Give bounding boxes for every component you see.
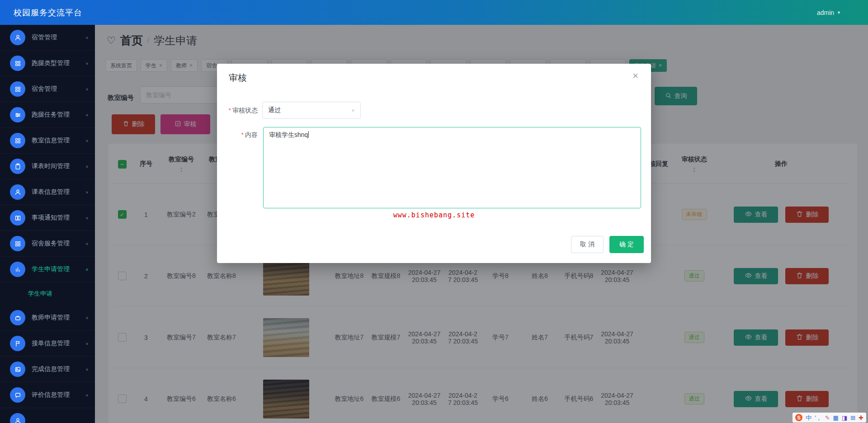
punctuation-icon[interactable]: '， (815, 415, 821, 421)
sidebar-item[interactable]: 事项通知管理∨ (0, 205, 95, 231)
sidebar: 宿管管理∨跑腿类型管理∨宿舍管理∨跑腿任务管理∨教室信息管理∨课表时间管理∨课表… (0, 25, 95, 423)
chevron-down-icon: ∨ (85, 190, 89, 194)
sidebar-item-label: 学生申请管理 (32, 265, 85, 273)
image-icon (10, 362, 25, 377)
book-icon (10, 210, 25, 226)
sidebar-item-label: 评价信息管理 (32, 391, 85, 399)
sidebar-item[interactable]: 评价信息管理∨ (0, 382, 95, 408)
chevron-down-icon: ∨ (85, 342, 89, 346)
sidebar-item-label: 教室信息管理 (32, 136, 85, 145)
chevron-down-icon: ∨ (85, 36, 89, 40)
flag-icon (10, 336, 25, 351)
grid-icon (10, 81, 25, 97)
cancel-button[interactable]: 取 消 (571, 236, 604, 253)
sidebar-menu: 宿管管理∨跑腿类型管理∨宿舍管理∨跑腿任务管理∨教室信息管理∨课表时间管理∨课表… (0, 25, 95, 423)
audit-status-value: 通过 (268, 106, 281, 114)
sidebar-item-label: 事项通知管理 (32, 214, 85, 222)
sidebar-item-label: 教师申请管理 (32, 314, 85, 322)
chevron-down-icon: ∨ (85, 316, 89, 320)
chevron-down-icon: ▼ (837, 10, 841, 15)
sogou-logo-icon[interactable]: S (795, 414, 802, 421)
confirm-button[interactable]: 确 定 (609, 236, 644, 253)
chevron-down-icon: ∨ (85, 393, 89, 397)
chevron-down-icon: ∨ (85, 216, 89, 220)
sliders-icon (10, 107, 25, 122)
grid-icon (10, 236, 25, 251)
sidebar-subitem[interactable]: 学生申请 (0, 282, 95, 305)
sidebar-item-label: 跑腿任务管理 (32, 111, 85, 119)
sidebar-item-label: 课表信息管理 (32, 188, 85, 196)
sidebar-item[interactable]: 教室信息管理∨ (0, 128, 95, 154)
sidebar-item-label: 跑腿类型管理 (32, 59, 85, 67)
clipboard-icon (10, 159, 25, 174)
watermark-link: www.bishebang.site (217, 211, 651, 219)
audit-content-label: *内容 (217, 131, 258, 139)
app-title: 校园服务交流平台 (14, 7, 82, 18)
required-asterisk: * (241, 131, 244, 138)
sidebar-item[interactable]: 教师申请管理∨ (0, 305, 95, 331)
grid-icon (10, 133, 25, 148)
audit-status-label: *审核状态 (217, 107, 258, 115)
chevron-down-icon: ∨ (85, 367, 89, 371)
chevron-down-icon: ∨ (85, 242, 89, 246)
sidebar-item[interactable] (0, 408, 95, 423)
chevron-down-icon: ∨ (85, 87, 89, 91)
sidebar-item[interactable]: 宿管管理∨ (0, 25, 95, 51)
audit-content-text: 审核学生shnq (269, 131, 308, 138)
modal-title: 审核 (229, 72, 247, 84)
sidebar-item-label: 宿舍管理 (32, 85, 85, 93)
sidebar-item[interactable]: 宿舍服务管理∨ (0, 231, 95, 257)
sidebar-item[interactable]: 宿舍管理∨ (0, 76, 95, 102)
chevron-up-icon: ∧ (85, 268, 89, 272)
sidebar-item[interactable]: 完成信息管理∨ (0, 357, 95, 382)
chevron-down-icon: ∨ (85, 164, 89, 169)
username: admin (817, 9, 834, 16)
sidebar-item[interactable]: 接单信息管理∨ (0, 331, 95, 357)
skin-icon[interactable]: ◨ (842, 415, 847, 421)
audit-modal: 审核 × *审核状态 通过 ∨ *内容 审核学生shnq www.bisheba… (217, 64, 651, 263)
sidebar-item-label: 宿舍服务管理 (32, 240, 85, 248)
sidebar-item[interactable]: 跑腿类型管理∨ (0, 51, 95, 76)
sidebar-item[interactable]: 课表时间管理∨ (0, 154, 95, 179)
chinese-mode-icon[interactable]: 中 (806, 415, 811, 421)
sidebar-item-label: 课表时间管理 (32, 162, 85, 170)
toolbox-icon[interactable]: ⊞ (850, 415, 855, 421)
briefcase-icon (10, 310, 25, 325)
text-cursor (308, 131, 309, 138)
user-icon (10, 184, 25, 200)
required-asterisk: * (229, 107, 231, 114)
handwriting-icon[interactable]: ✎ (825, 415, 830, 421)
sidebar-item-label: 接单信息管理 (32, 339, 85, 348)
sidebar-item[interactable]: 课表信息管理∨ (0, 179, 95, 205)
sidebar-item-label: 完成信息管理 (32, 365, 85, 373)
user-icon (10, 413, 25, 423)
chevron-down-icon: ∨ (85, 113, 89, 117)
grid-icon (10, 56, 25, 71)
user-icon (10, 30, 25, 45)
sidebar-item-label: 宿管管理 (32, 33, 85, 42)
more-icon[interactable]: ✚ (859, 415, 863, 421)
close-icon[interactable]: × (632, 71, 638, 81)
keyboard-icon[interactable]: ▦ (833, 415, 839, 421)
input-method-bar: S中'，✎▦◨⊞✚ (793, 413, 866, 423)
chart-icon (10, 262, 25, 277)
chat-icon (10, 387, 25, 403)
user-menu[interactable]: admin ▼ (817, 9, 841, 16)
app: 校园服务交流平台 admin ▼ 宿管管理∨跑腿类型管理∨宿舍管理∨跑腿任务管理… (0, 0, 868, 423)
sidebar-item[interactable]: 跑腿任务管理∨ (0, 102, 95, 128)
topbar: 校园服务交流平台 admin ▼ (0, 0, 868, 25)
chevron-down-icon: ∨ (85, 139, 89, 143)
audit-status-select[interactable]: 通过 ∨ (262, 102, 361, 119)
chevron-down-icon: ∨ (85, 61, 89, 66)
sidebar-item[interactable]: 学生申请管理∧ (0, 257, 95, 282)
audit-content-textarea[interactable]: 审核学生shnq (263, 127, 641, 208)
chevron-down-icon: ∨ (351, 108, 355, 113)
